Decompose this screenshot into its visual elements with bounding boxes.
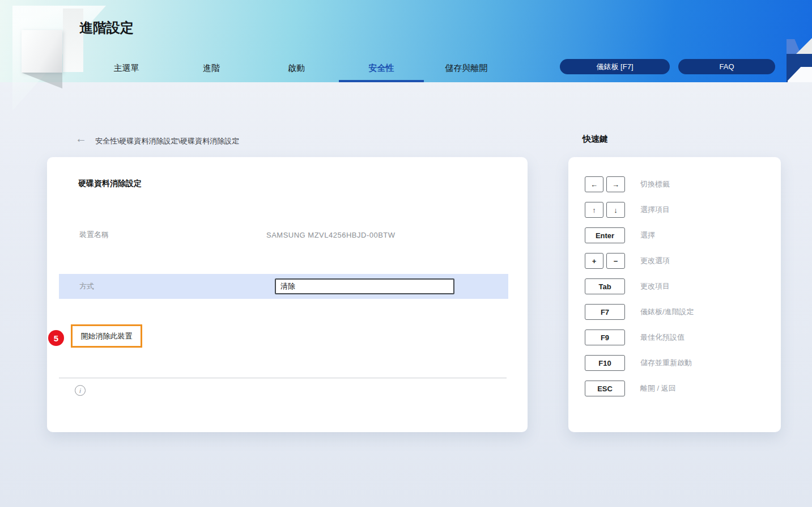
field-label: 裝置名稱 [79,230,266,240]
shortcut-row-←-→: ←→切換標籤 [585,176,670,192]
annotation-highlight-box: 開始消除此裝置 [71,324,142,348]
tab-save-exit[interactable]: 儲存與離開 [424,54,509,82]
shortcut-label: 離開 / 返回 [640,383,676,394]
shortcut-row-+-−: +−更改選項 [585,253,670,269]
tab-bar: 主選單進階啟動安全性儲存與離開 [84,54,509,82]
shortcut-keys: F9 [585,329,625,345]
field-value: SAMSUNG MZVL4256HBJD-00BTW [266,231,396,239]
key-enter: Enter [585,227,625,243]
key-f9: F9 [585,329,625,345]
info-icon[interactable]: i [75,385,86,396]
header: 進階設定 主選單進階啟動安全性儲存與離開 儀錶板 [F7] FAQ [0,0,812,82]
shortcut-label: 儀錶板/進階設定 [640,307,694,317]
key-←: ← [585,176,603,192]
tab-security[interactable]: 安全性 [339,54,424,82]
corner-decoration-square [22,30,62,73]
shortcut-keys: +− [585,253,625,269]
active-tab-underline [339,80,424,82]
shortcut-keys: Enter [585,227,625,243]
key-−: − [606,253,625,269]
shortcut-keys: ↑↓ [585,202,625,218]
tab-main-menu[interactable]: 主選單 [84,54,169,82]
shortcut-label: 選擇項目 [640,205,670,215]
shortcut-label: 儲存並重新啟動 [640,358,692,368]
key-tab: Tab [585,278,625,294]
shortcut-row-↑-↓: ↑↓選擇項目 [585,202,670,218]
shortcut-keys: F7 [585,304,625,320]
key-f10: F10 [585,355,625,371]
page-title: 進階設定 [79,19,134,37]
shortcut-keys: Tab [585,278,625,294]
back-arrow-icon[interactable]: ← [75,133,87,144]
shortcut-keys: ←→ [585,176,625,192]
bios-advanced-settings-screen: 進階設定 主選單進階啟動安全性儲存與離開 儀錶板 [F7] FAQ ← 安全性\… [0,0,812,507]
key-↓: ↓ [606,202,625,218]
shortcut-keys: ESC [585,381,625,396]
step-badge: 5 [48,330,64,346]
shortcuts-card: ←→切換標籤↑↓選擇項目Enter選擇+−更改選項Tab更改項目F7儀錶板/進階… [568,157,781,432]
corner-decoration-strip [63,9,83,72]
shortcut-row-tab: Tab更改項目 [585,278,670,294]
tab-boot[interactable]: 啟動 [254,54,339,82]
key-f7: F7 [585,304,625,320]
faq-button[interactable]: FAQ [678,59,775,74]
shortcut-keys: F10 [585,355,625,371]
breadcrumb: 安全性\硬碟資料消除設定\硬碟資料消除設定 [95,136,239,146]
shortcut-row-f9: F9最佳化預設值 [585,329,685,345]
shortcut-row-enter: Enter選擇 [585,227,655,243]
start-erase-button[interactable]: 開始消除此裝置 [78,331,136,342]
shortcut-label: 更改項目 [640,281,670,291]
key-↑: ↑ [585,202,603,218]
shortcut-row-f10: F10儲存並重新啟動 [585,355,692,371]
secure-erase-card: 硬碟資料消除設定 裝置名稱SAMSUNG MZVL4256HBJD-00BTW方… [47,157,528,432]
shortcuts-title: 快速鍵 [583,134,608,145]
divider [59,378,507,378]
field-label: 方式 [79,281,266,291]
device-name-row: 裝置名稱SAMSUNG MZVL4256HBJD-00BTW [59,222,508,247]
shortcut-row-esc: ESC離開 / 返回 [585,381,676,396]
shortcut-row-f7: F7儀錶板/進階設定 [585,304,694,320]
shortcut-label: 選擇 [640,230,655,240]
card-title: 硬碟資料消除設定 [78,179,142,189]
tab-advanced[interactable]: 進階 [169,54,254,82]
dashboard-button[interactable]: 儀錶板 [F7] [560,59,670,74]
method-input[interactable] [275,278,454,294]
method-row[interactable]: 方式 [59,274,508,299]
shortcut-label: 切換標籤 [640,179,670,189]
shortcut-label: 更改選項 [640,256,670,266]
key-→: → [606,176,625,192]
key-+: + [585,253,603,269]
key-esc: ESC [585,381,625,396]
shortcut-label: 最佳化預設值 [640,332,685,343]
